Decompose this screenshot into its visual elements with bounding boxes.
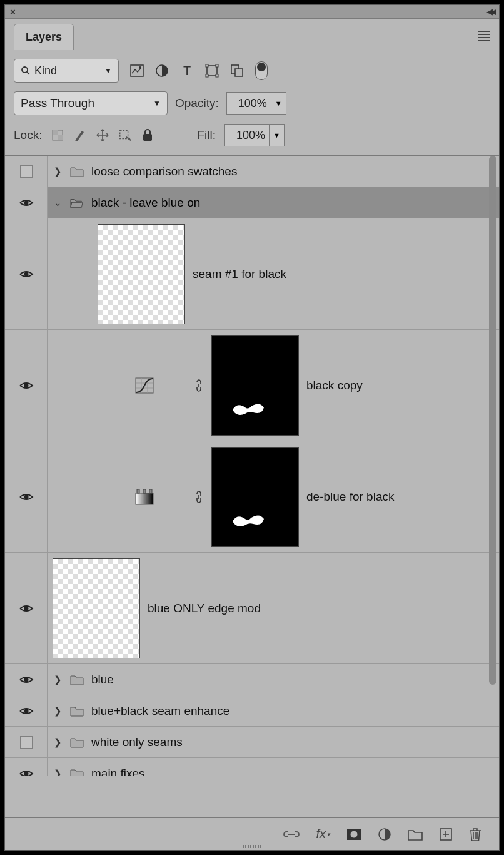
filter-kind-select[interactable]: Kind ▼ <box>14 59 119 83</box>
lock-artboard-icon[interactable] <box>118 128 132 142</box>
blend-toolbar: Pass Through ▼ Opacity: 100% ▼ <box>5 91 499 124</box>
fill-input[interactable]: 100% <box>224 124 270 146</box>
new-layer-icon[interactable] <box>439 827 453 841</box>
expand-toggle-icon[interactable]: ❯ <box>53 166 63 177</box>
collapse-panel-icon[interactable]: ◀◀ <box>486 7 494 16</box>
scrollbar[interactable] <box>489 156 496 685</box>
curves-adjustment-icon <box>135 377 154 394</box>
layer-name: blue <box>91 673 114 687</box>
expand-toggle-icon[interactable]: ❯ <box>53 674 63 685</box>
filter-type-icon[interactable]: T <box>180 64 194 78</box>
expand-toggle-icon[interactable]: ❯ <box>53 737 63 748</box>
visibility-toggle[interactable] <box>19 603 34 613</box>
svg-point-35 <box>24 771 28 776</box>
lock-label: Lock: <box>14 128 42 142</box>
visibility-toggle[interactable] <box>19 492 34 502</box>
svg-rect-27 <box>136 493 153 504</box>
tab-bar: Layers <box>5 19 499 50</box>
visibility-toggle[interactable] <box>19 706 34 716</box>
folder-icon <box>70 737 84 748</box>
layer-name: seam #1 for black <box>193 267 286 281</box>
lock-all-icon[interactable] <box>141 128 154 142</box>
panel-menu-icon[interactable] <box>478 29 490 43</box>
visibility-toggle[interactable] <box>19 381 34 391</box>
mask-thumbnail[interactable] <box>211 447 299 547</box>
layer-name: white only seams <box>91 735 183 749</box>
layer-name: blue ONLY edge mod <box>148 602 261 615</box>
expand-toggle-icon[interactable]: ❯ <box>53 768 63 777</box>
layer-row[interactable]: seam #1 for black <box>5 218 499 330</box>
layer-row[interactable]: blue ONLY edge mod <box>5 553 499 664</box>
close-icon[interactable]: × <box>10 6 16 17</box>
collapse-toggle-icon[interactable]: ⌄ <box>53 197 63 208</box>
link-layers-icon[interactable] <box>283 829 300 839</box>
layer-row[interactable]: ⌄ black - leave blue on <box>5 187 499 218</box>
svg-point-0 <box>22 67 28 73</box>
lock-position-icon[interactable] <box>96 128 109 142</box>
lock-toolbar: Lock: Fill: 100% ▼ <box>5 124 499 155</box>
resize-grip[interactable] <box>233 845 271 849</box>
new-adjustment-icon[interactable] <box>378 827 391 841</box>
opacity-dropdown-icon[interactable]: ▼ <box>271 92 286 115</box>
new-group-icon[interactable] <box>408 828 423 841</box>
layer-thumbnail[interactable] <box>53 558 140 658</box>
layer-row[interactable]: ❯ white only seams <box>5 727 499 758</box>
svg-point-26 <box>24 494 28 499</box>
svg-point-20 <box>24 383 28 387</box>
layer-thumbnail[interactable] <box>98 224 185 324</box>
filter-adjustment-icon[interactable] <box>155 64 169 78</box>
svg-text:T: T <box>183 64 191 77</box>
blend-mode-select[interactable]: Pass Through ▼ <box>14 91 168 115</box>
tab-layers[interactable]: Layers <box>14 24 74 50</box>
visibility-toggle[interactable] <box>19 269 34 279</box>
layer-row[interactable]: ❯ blue+black seam enhance <box>5 695 499 727</box>
panel-titlebar: × ◀◀ <box>5 5 499 19</box>
opacity-label: Opacity: <box>175 96 219 110</box>
layer-row[interactable]: ❯ loose comparison swatches <box>5 156 499 187</box>
folder-open-icon <box>70 197 84 208</box>
layer-row[interactable]: black copy <box>5 330 499 441</box>
expand-toggle-icon[interactable]: ❯ <box>53 705 63 717</box>
svg-rect-9 <box>206 74 208 77</box>
blend-mode-label: Pass Through <box>21 96 94 110</box>
svg-point-32 <box>24 606 28 610</box>
opacity-input[interactable]: 100% <box>226 92 271 115</box>
folder-icon <box>70 166 84 177</box>
filter-smartobject-icon[interactable] <box>230 64 244 78</box>
chevron-down-icon: ▼ <box>153 99 161 108</box>
svg-point-33 <box>24 677 28 682</box>
layer-row[interactable]: de-blue for black <box>5 441 499 553</box>
svg-point-37 <box>351 831 358 837</box>
visibility-toggle[interactable] <box>19 675 34 685</box>
fx-icon[interactable]: fx▾ <box>316 827 330 841</box>
layer-name: black copy <box>306 379 363 392</box>
filter-toggle[interactable] <box>255 61 268 80</box>
visibility-toggle[interactable] <box>19 198 34 208</box>
filter-pixel-icon[interactable] <box>130 64 144 78</box>
layer-row[interactable]: ❯ blue <box>5 664 499 695</box>
svg-rect-14 <box>53 130 58 135</box>
mask-thumbnail[interactable] <box>211 335 299 436</box>
layer-row[interactable]: ❯ main fixes <box>5 758 499 776</box>
svg-point-19 <box>24 272 28 276</box>
svg-point-3 <box>139 66 141 69</box>
lock-transparency-icon[interactable] <box>51 128 64 142</box>
visibility-toggle[interactable] <box>19 769 34 777</box>
trash-icon[interactable] <box>469 827 481 842</box>
add-mask-icon[interactable] <box>346 828 361 841</box>
visibility-toggle[interactable] <box>20 165 33 178</box>
lock-pixels-icon[interactable] <box>73 128 87 142</box>
link-icon[interactable] <box>194 379 204 392</box>
folder-icon <box>70 674 84 685</box>
fill-label: Fill: <box>197 128 216 142</box>
svg-rect-30 <box>143 489 146 493</box>
svg-rect-15 <box>58 135 63 140</box>
link-icon[interactable] <box>194 490 204 504</box>
layers-panel: × ◀◀ Layers Kind ▼ T <box>4 4 500 851</box>
fill-dropdown-icon[interactable]: ▼ <box>270 124 285 146</box>
svg-rect-8 <box>216 64 218 67</box>
visibility-toggle[interactable] <box>20 736 33 749</box>
svg-rect-7 <box>206 64 208 67</box>
filter-shape-icon[interactable] <box>205 64 219 78</box>
svg-rect-29 <box>137 489 139 493</box>
